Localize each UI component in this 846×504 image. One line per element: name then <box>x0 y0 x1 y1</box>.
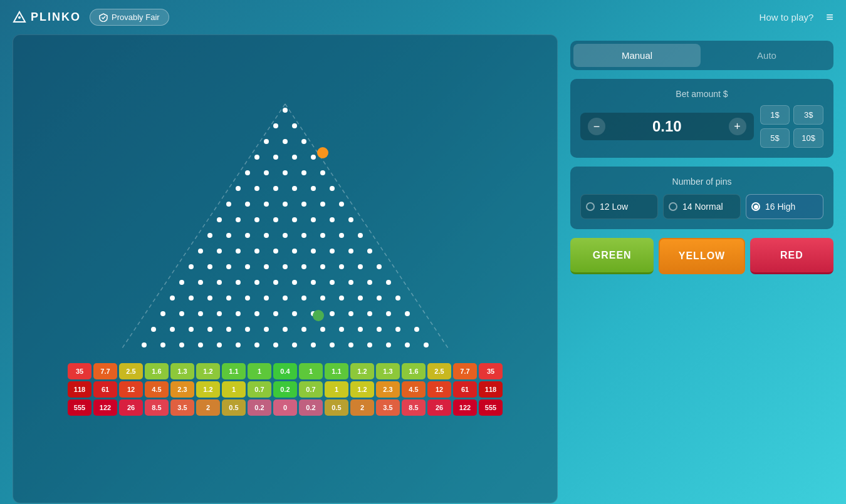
svg-point-112 <box>207 327 212 332</box>
svg-point-7 <box>264 139 269 144</box>
svg-point-102 <box>292 311 297 316</box>
mult-cell: 0.2 <box>273 381 297 398</box>
svg-point-116 <box>283 327 288 332</box>
mult-cell: 35 <box>68 363 91 379</box>
mult-cell: 1.1 <box>222 363 246 379</box>
svg-point-120 <box>358 327 363 332</box>
provably-fair-button[interactable]: Provably Fair <box>90 9 169 26</box>
yellow-button[interactable]: YELLOW <box>659 238 744 274</box>
mult-cell: 1 <box>325 381 348 398</box>
multiplier-rows: 357.72.51.61.31.21.110.411.11.21.31.62.5… <box>72 363 498 418</box>
svg-point-105 <box>348 311 353 316</box>
svg-point-122 <box>395 327 400 332</box>
svg-point-135 <box>348 342 353 347</box>
pins-options: 12 Low 14 Normal 16 High <box>580 194 823 219</box>
mult-cell: 555 <box>479 399 503 416</box>
pins-12-low[interactable]: 12 Low <box>580 194 658 219</box>
mult-cell: 0.7 <box>299 381 323 398</box>
mult-cell: 1.6 <box>402 363 426 379</box>
svg-point-4 <box>283 108 288 113</box>
quick-bet-3[interactable]: 3$ <box>793 105 823 125</box>
pins-16-high[interactable]: 16 High <box>746 194 823 219</box>
svg-point-129 <box>236 342 241 347</box>
svg-point-72 <box>217 280 222 285</box>
bet-increase-button[interactable]: + <box>729 118 746 135</box>
svg-point-9 <box>301 139 306 144</box>
svg-point-24 <box>330 186 335 191</box>
svg-point-128 <box>217 342 222 347</box>
svg-point-53 <box>273 249 278 254</box>
pins-14-normal[interactable]: 14 Normal <box>663 194 741 219</box>
logo-icon <box>13 11 26 24</box>
mult-cell: 8.5 <box>145 399 169 416</box>
mult-cell: 555 <box>68 399 91 416</box>
quick-bet-5[interactable]: 5$ <box>760 128 790 148</box>
mult-cell: 118 <box>68 381 91 398</box>
svg-point-36 <box>292 217 297 222</box>
svg-point-86 <box>245 296 250 301</box>
menu-icon[interactable]: ≡ <box>826 10 833 24</box>
mult-cell: 1.2 <box>350 363 374 379</box>
quick-bet-10[interactable]: 10$ <box>793 128 823 148</box>
header-right: How to play? ≡ <box>760 10 833 24</box>
svg-point-95 <box>160 311 165 316</box>
svg-point-125 <box>160 342 165 347</box>
svg-point-28 <box>283 202 288 207</box>
bet-decrease-button[interactable]: − <box>588 118 605 135</box>
bet-controls: − 0.10 + 1$ 3$ 5$ 10$ <box>580 105 823 148</box>
right-panel: Manual Auto Bet amount $ − 0.10 + 1$ 3$ … <box>570 34 833 503</box>
shield-icon <box>99 13 108 22</box>
svg-point-121 <box>377 327 382 332</box>
svg-point-10 <box>254 155 259 160</box>
svg-point-54 <box>292 249 297 254</box>
multiplier-row-3: 555122268.53.520.50.200.20.523.58.526122… <box>72 399 498 416</box>
svg-point-97 <box>198 311 203 316</box>
svg-point-63 <box>264 264 269 269</box>
mult-cell: 0.4 <box>273 363 297 379</box>
svg-point-117 <box>301 327 306 332</box>
svg-point-98 <box>217 311 222 316</box>
mult-cell: 61 <box>93 381 117 398</box>
tab-auto[interactable]: Auto <box>703 44 830 67</box>
svg-point-113 <box>226 327 231 332</box>
quick-bet-1[interactable]: 1$ <box>760 105 790 125</box>
mult-cell: 122 <box>453 399 477 416</box>
radio-12-low <box>586 202 595 211</box>
svg-point-118 <box>320 327 325 332</box>
svg-point-66 <box>320 264 325 269</box>
mult-cell: 1.2 <box>196 363 220 379</box>
svg-point-91 <box>339 296 344 301</box>
svg-point-23 <box>311 186 316 191</box>
svg-point-31 <box>339 202 344 207</box>
svg-point-19 <box>236 186 241 191</box>
svg-point-1 <box>18 16 21 19</box>
svg-point-11 <box>273 155 278 160</box>
ball-green <box>313 310 324 321</box>
mult-cell: 12 <box>119 381 143 398</box>
svg-point-87 <box>264 296 269 301</box>
triangle-svg <box>72 41 498 361</box>
red-button[interactable]: RED <box>750 238 833 274</box>
svg-point-42 <box>245 233 250 238</box>
svg-point-5 <box>273 123 278 128</box>
svg-point-79 <box>348 280 353 285</box>
svg-point-126 <box>179 342 184 347</box>
multiplier-row-2: 11861124.52.31.210.70.20.711.22.34.51261… <box>72 381 498 398</box>
mult-cell: 1 <box>248 363 271 379</box>
svg-point-37 <box>311 217 316 222</box>
svg-point-22 <box>292 186 297 191</box>
svg-point-109 <box>151 327 156 332</box>
how-to-play-link[interactable]: How to play? <box>760 12 814 23</box>
svg-point-15 <box>264 170 269 175</box>
multiplier-row-1: 357.72.51.61.31.21.110.411.11.21.31.62.5… <box>72 363 498 379</box>
mult-cell: 2.3 <box>170 381 194 398</box>
svg-point-94 <box>395 296 400 301</box>
svg-point-32 <box>217 217 222 222</box>
svg-point-84 <box>207 296 212 301</box>
green-button[interactable]: GREEN <box>570 238 654 274</box>
tab-manual[interactable]: Manual <box>573 44 701 67</box>
pins-16-label: 16 High <box>765 202 795 212</box>
svg-point-119 <box>339 327 344 332</box>
svg-point-114 <box>245 327 250 332</box>
svg-point-51 <box>236 249 241 254</box>
